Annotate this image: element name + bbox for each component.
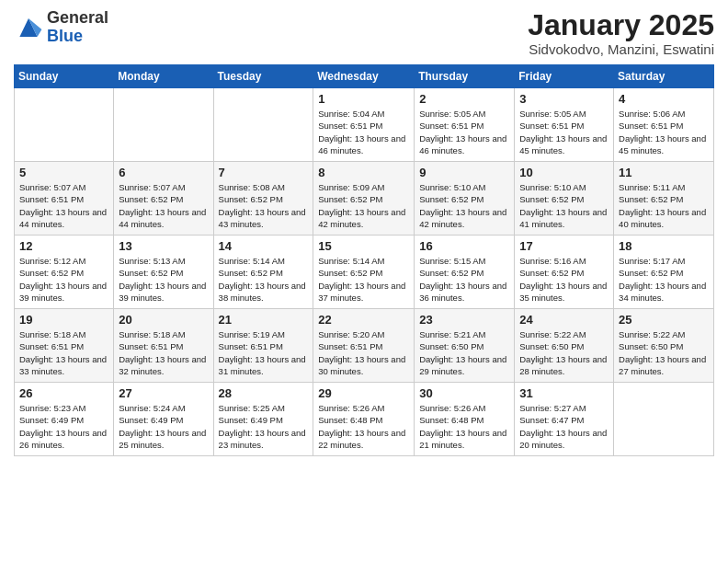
day-number: 18	[619, 239, 709, 253]
day-number: 28	[219, 386, 309, 400]
day-info: Sunrise: 5:19 AM Sunset: 6:51 PM Dayligh…	[219, 328, 309, 377]
day-cell-18: 18Sunrise: 5:17 AM Sunset: 6:52 PM Dayli…	[614, 236, 714, 309]
day-cell-1: 1Sunrise: 5:04 AM Sunset: 6:51 PM Daylig…	[313, 88, 415, 162]
day-cell-25: 25Sunrise: 5:22 AM Sunset: 6:50 PM Dayli…	[614, 309, 714, 383]
day-info: Sunrise: 5:12 AM Sunset: 6:52 PM Dayligh…	[19, 255, 108, 304]
day-info: Sunrise: 5:11 AM Sunset: 6:52 PM Dayligh…	[619, 181, 709, 230]
day-info: Sunrise: 5:05 AM Sunset: 6:51 PM Dayligh…	[419, 108, 509, 156]
day-cell-23: 23Sunrise: 5:21 AM Sunset: 6:50 PM Dayli…	[415, 309, 515, 383]
day-number: 24	[519, 313, 609, 327]
day-number: 4	[619, 92, 709, 106]
weekday-header-tuesday: Tuesday	[213, 65, 313, 88]
day-info: Sunrise: 5:17 AM Sunset: 6:52 PM Dayligh…	[619, 255, 709, 304]
day-number: 6	[119, 166, 208, 179]
day-number: 20	[119, 313, 208, 327]
day-number: 22	[318, 313, 409, 327]
day-cell-10: 10Sunrise: 5:10 AM Sunset: 6:52 PM Dayli…	[515, 162, 614, 236]
empty-cell	[15, 88, 114, 162]
day-info: Sunrise: 5:16 AM Sunset: 6:52 PM Dayligh…	[519, 255, 609, 304]
month-title: January 2025	[528, 9, 714, 41]
day-cell-21: 21Sunrise: 5:19 AM Sunset: 6:51 PM Dayli…	[213, 309, 313, 383]
day-number: 11	[619, 166, 709, 179]
day-info: Sunrise: 5:10 AM Sunset: 6:52 PM Dayligh…	[519, 181, 609, 230]
day-number: 9	[419, 166, 509, 179]
day-info: Sunrise: 5:05 AM Sunset: 6:51 PM Dayligh…	[519, 108, 609, 156]
day-cell-7: 7Sunrise: 5:08 AM Sunset: 6:52 PM Daylig…	[213, 162, 313, 236]
day-number: 26	[19, 386, 108, 400]
day-number: 12	[19, 239, 108, 253]
location: Sidvokodvo, Manzini, Eswatini	[528, 41, 714, 57]
day-number: 15	[318, 239, 409, 253]
day-info: Sunrise: 5:26 AM Sunset: 6:48 PM Dayligh…	[419, 402, 509, 451]
day-number: 31	[519, 386, 609, 400]
day-number: 1	[318, 92, 409, 106]
day-cell-30: 30Sunrise: 5:26 AM Sunset: 6:48 PM Dayli…	[415, 383, 515, 456]
day-cell-16: 16Sunrise: 5:15 AM Sunset: 6:52 PM Dayli…	[415, 236, 515, 309]
logo-text: General Blue	[47, 9, 108, 46]
day-info: Sunrise: 5:21 AM Sunset: 6:50 PM Dayligh…	[419, 328, 509, 377]
day-cell-9: 9Sunrise: 5:10 AM Sunset: 6:52 PM Daylig…	[415, 162, 515, 236]
day-cell-6: 6Sunrise: 5:07 AM Sunset: 6:52 PM Daylig…	[114, 162, 213, 236]
calendar-table: SundayMondayTuesdayWednesdayThursdayFrid…	[14, 64, 714, 456]
day-cell-5: 5Sunrise: 5:07 AM Sunset: 6:51 PM Daylig…	[15, 162, 114, 236]
week-row-4: 19Sunrise: 5:18 AM Sunset: 6:51 PM Dayli…	[15, 309, 714, 383]
day-info: Sunrise: 5:14 AM Sunset: 6:52 PM Dayligh…	[219, 255, 309, 304]
day-cell-2: 2Sunrise: 5:05 AM Sunset: 6:51 PM Daylig…	[415, 88, 515, 162]
day-info: Sunrise: 5:07 AM Sunset: 6:52 PM Dayligh…	[119, 181, 208, 230]
day-info: Sunrise: 5:15 AM Sunset: 6:52 PM Dayligh…	[419, 255, 509, 304]
day-info: Sunrise: 5:18 AM Sunset: 6:51 PM Dayligh…	[119, 328, 208, 377]
day-number: 19	[19, 313, 108, 327]
day-cell-22: 22Sunrise: 5:20 AM Sunset: 6:51 PM Dayli…	[313, 309, 415, 383]
weekday-header-thursday: Thursday	[415, 65, 515, 88]
weekday-header-sunday: Sunday	[15, 65, 114, 88]
day-number: 13	[119, 239, 208, 253]
day-cell-15: 15Sunrise: 5:14 AM Sunset: 6:52 PM Dayli…	[313, 236, 415, 309]
day-number: 29	[318, 386, 409, 400]
weekday-header-monday: Monday	[114, 65, 213, 88]
day-number: 16	[419, 239, 509, 253]
day-info: Sunrise: 5:22 AM Sunset: 6:50 PM Dayligh…	[619, 328, 709, 377]
day-cell-29: 29Sunrise: 5:26 AM Sunset: 6:48 PM Dayli…	[313, 383, 415, 456]
weekday-header-row: SundayMondayTuesdayWednesdayThursdayFrid…	[15, 65, 714, 88]
day-info: Sunrise: 5:08 AM Sunset: 6:52 PM Dayligh…	[219, 181, 309, 230]
day-info: Sunrise: 5:13 AM Sunset: 6:52 PM Dayligh…	[119, 255, 208, 304]
day-number: 30	[419, 386, 509, 400]
day-info: Sunrise: 5:25 AM Sunset: 6:49 PM Dayligh…	[219, 402, 309, 451]
day-number: 5	[19, 166, 108, 179]
day-number: 27	[119, 386, 208, 400]
day-info: Sunrise: 5:22 AM Sunset: 6:50 PM Dayligh…	[519, 328, 609, 377]
day-info: Sunrise: 5:04 AM Sunset: 6:51 PM Dayligh…	[318, 108, 409, 156]
day-info: Sunrise: 5:18 AM Sunset: 6:51 PM Dayligh…	[19, 328, 108, 377]
day-cell-14: 14Sunrise: 5:14 AM Sunset: 6:52 PM Dayli…	[213, 236, 313, 309]
day-number: 23	[419, 313, 509, 327]
day-cell-31: 31Sunrise: 5:27 AM Sunset: 6:47 PM Dayli…	[515, 383, 614, 456]
empty-cell	[114, 88, 213, 162]
week-row-3: 12Sunrise: 5:12 AM Sunset: 6:52 PM Dayli…	[15, 236, 714, 309]
day-info: Sunrise: 5:09 AM Sunset: 6:52 PM Dayligh…	[318, 181, 409, 230]
weekday-header-saturday: Saturday	[614, 65, 714, 88]
day-number: 17	[519, 239, 609, 253]
week-row-5: 26Sunrise: 5:23 AM Sunset: 6:49 PM Dayli…	[15, 383, 714, 456]
day-number: 3	[519, 92, 609, 106]
page: General Blue January 2025 Sidvokodvo, Ma…	[0, 0, 728, 465]
day-info: Sunrise: 5:06 AM Sunset: 6:51 PM Dayligh…	[619, 108, 709, 156]
day-cell-26: 26Sunrise: 5:23 AM Sunset: 6:49 PM Dayli…	[15, 383, 114, 456]
day-number: 2	[419, 92, 509, 106]
day-cell-11: 11Sunrise: 5:11 AM Sunset: 6:52 PM Dayli…	[614, 162, 714, 236]
day-cell-27: 27Sunrise: 5:24 AM Sunset: 6:49 PM Dayli…	[114, 383, 213, 456]
day-number: 8	[318, 166, 409, 179]
logo-icon	[14, 15, 43, 40]
empty-cell	[213, 88, 313, 162]
day-number: 10	[519, 166, 609, 179]
day-cell-24: 24Sunrise: 5:22 AM Sunset: 6:50 PM Dayli…	[515, 309, 614, 383]
day-info: Sunrise: 5:23 AM Sunset: 6:49 PM Dayligh…	[19, 402, 108, 451]
logo: General Blue	[14, 9, 108, 46]
day-number: 25	[619, 313, 709, 327]
logo-general-text: General	[47, 9, 108, 28]
week-row-2: 5Sunrise: 5:07 AM Sunset: 6:51 PM Daylig…	[15, 162, 714, 236]
header: General Blue January 2025 Sidvokodvo, Ma…	[14, 9, 714, 57]
logo-blue-text: Blue	[47, 28, 108, 46]
day-cell-17: 17Sunrise: 5:16 AM Sunset: 6:52 PM Dayli…	[515, 236, 614, 309]
day-cell-12: 12Sunrise: 5:12 AM Sunset: 6:52 PM Dayli…	[15, 236, 114, 309]
day-info: Sunrise: 5:07 AM Sunset: 6:51 PM Dayligh…	[19, 181, 108, 230]
